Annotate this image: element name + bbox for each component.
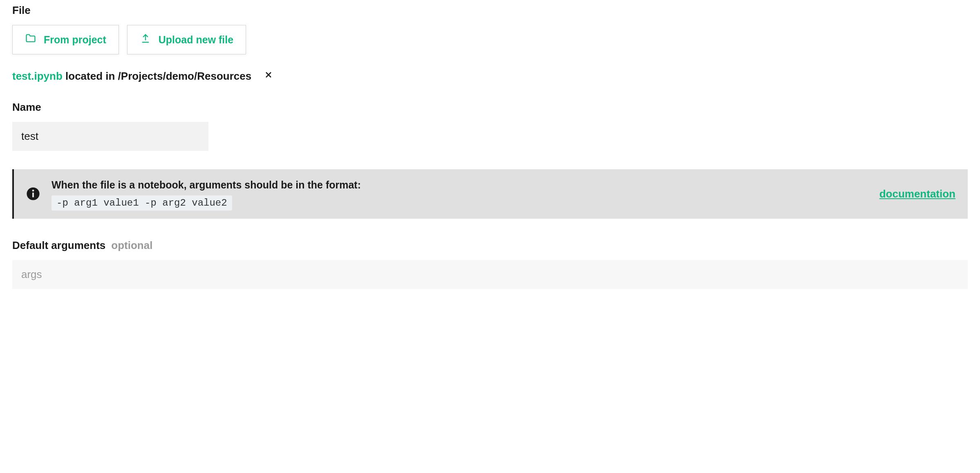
folder-icon: [25, 33, 36, 47]
default-args-label: Default arguments: [12, 239, 105, 252]
info-code-snippet: -p arg1 value1 -p arg2 value2: [51, 195, 232, 211]
file-section-label: File: [12, 4, 968, 17]
upload-icon: [140, 33, 151, 47]
file-button-row: From project Upload new file: [12, 25, 968, 54]
upload-new-file-button[interactable]: Upload new file: [127, 25, 246, 54]
svg-point-2: [32, 190, 34, 192]
from-project-button[interactable]: From project: [12, 25, 119, 54]
default-args-input[interactable]: [12, 260, 968, 289]
name-field-label: Name: [12, 101, 968, 114]
info-banner: When the file is a notebook, arguments s…: [12, 169, 968, 219]
clear-file-button[interactable]: [264, 70, 273, 83]
info-icon: [26, 187, 40, 201]
upload-label: Upload new file: [159, 34, 233, 46]
file-location-row: test.ipynb located in /Projects/demo/Res…: [12, 70, 968, 83]
documentation-link[interactable]: documentation: [879, 188, 955, 200]
from-project-label: From project: [44, 34, 106, 46]
info-message: When the file is a notebook, arguments s…: [51, 177, 361, 193]
selected-file-name[interactable]: test.ipynb: [12, 70, 63, 82]
name-input[interactable]: [12, 122, 208, 151]
selected-file-location-prefix: located in: [63, 70, 118, 82]
selected-file-path: /Projects/demo/Resources: [118, 70, 252, 82]
close-icon: [264, 70, 273, 83]
svg-rect-1: [32, 193, 34, 197]
optional-tag: optional: [111, 239, 152, 252]
